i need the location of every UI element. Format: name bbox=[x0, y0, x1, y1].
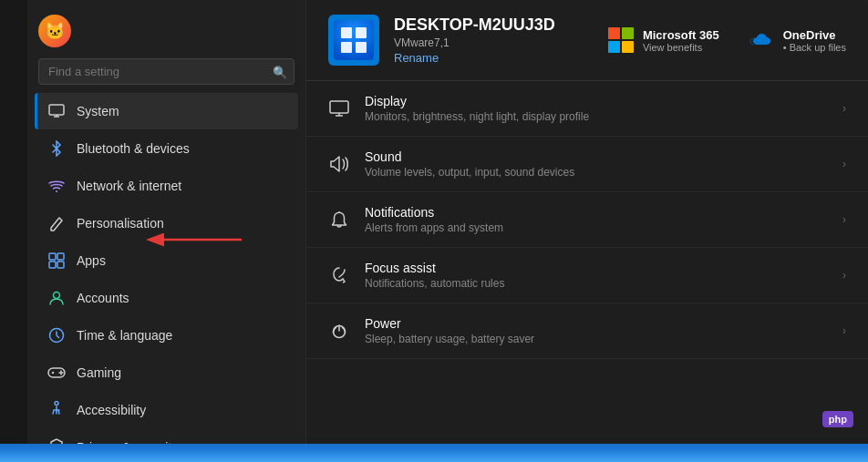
display-desc: Monitors, brightness, night light, displ… bbox=[365, 110, 828, 123]
focus-desc: Notifications, automatic rules bbox=[365, 277, 828, 290]
svg-rect-5 bbox=[57, 253, 64, 260]
notifications-icon bbox=[328, 209, 350, 231]
profile-sub: VMware7,1 bbox=[394, 36, 594, 49]
privacy-icon bbox=[47, 438, 66, 444]
rename-link[interactable]: Rename bbox=[394, 51, 594, 65]
settings-window: 🐱 🔍 System bbox=[0, 0, 868, 462]
onedrive-action[interactable]: OneDrive • Back up files bbox=[749, 28, 846, 53]
sidebar-item-label-time: Time & language bbox=[77, 328, 172, 343]
sidebar-item-apps[interactable]: Apps bbox=[35, 242, 298, 279]
sound-title: Sound bbox=[365, 149, 828, 164]
sidebar-item-label-apps: Apps bbox=[77, 253, 106, 268]
sound-icon bbox=[328, 153, 350, 175]
setting-row-focus[interactable]: Focus assist Notifications, automatic ru… bbox=[306, 248, 868, 303]
svg-rect-4 bbox=[49, 253, 56, 260]
microsoft365-label: Microsoft 365 bbox=[643, 28, 719, 42]
svg-point-14 bbox=[55, 402, 58, 406]
sidebar-item-label-personalisation: Personalisation bbox=[77, 216, 164, 231]
search-icon: 🔍 bbox=[273, 65, 287, 78]
main-content: DESKTOP-M2UUJ3D VMware7,1 Rename bbox=[306, 0, 868, 444]
power-chevron: › bbox=[842, 324, 846, 337]
apps-icon bbox=[47, 252, 66, 270]
svg-rect-6 bbox=[49, 262, 56, 268]
sidebar-item-accounts[interactable]: Accounts bbox=[35, 280, 298, 316]
sidebar-nav: System Bluetooth & devices bbox=[27, 92, 305, 444]
notifications-title: Notifications bbox=[365, 205, 828, 220]
svg-point-8 bbox=[54, 293, 60, 299]
avatar: 🐱 bbox=[38, 15, 71, 47]
notifications-desc: Alerts from apps and system bbox=[365, 221, 828, 234]
svg-rect-17 bbox=[356, 27, 367, 38]
profile-bar: DESKTOP-M2UUJ3D VMware7,1 Rename bbox=[306, 0, 868, 81]
setting-row-power[interactable]: Power Sleep, battery usage, battery save… bbox=[306, 303, 868, 359]
onedrive-sub: • Back up files bbox=[783, 42, 846, 53]
focus-icon bbox=[328, 264, 350, 286]
microsoft365-text: Microsoft 365 View benefits bbox=[643, 28, 719, 53]
svg-rect-15 bbox=[334, 20, 374, 60]
sidebar-item-label-network: Network & internet bbox=[77, 179, 181, 193]
display-icon bbox=[328, 98, 350, 119]
focus-chevron: › bbox=[842, 269, 846, 282]
power-text: Power Sleep, battery usage, battery save… bbox=[365, 316, 828, 345]
notifications-text: Notifications Alerts from apps and syste… bbox=[365, 205, 828, 234]
profile-actions: Microsoft 365 View benefits bbox=[608, 27, 846, 53]
accessibility-icon bbox=[47, 401, 66, 419]
sidebar-item-accessibility[interactable]: Accessibility bbox=[35, 392, 298, 428]
svg-point-3 bbox=[56, 190, 57, 192]
sidebar-item-personalisation[interactable]: Personalisation bbox=[35, 205, 298, 241]
setting-row-display[interactable]: Display Monitors, brightness, night ligh… bbox=[306, 81, 868, 137]
sidebar-item-label-gaming: Gaming bbox=[77, 365, 121, 380]
display-title: Display bbox=[365, 94, 828, 108]
microsoft365-icon bbox=[608, 27, 634, 53]
onedrive-label: OneDrive bbox=[783, 28, 846, 42]
svg-rect-21 bbox=[330, 101, 348, 113]
sidebar-item-label-bluetooth: Bluetooth & devices bbox=[77, 141, 190, 156]
sidebar-item-label-system: System bbox=[77, 104, 119, 118]
power-title: Power bbox=[365, 316, 828, 331]
svg-rect-16 bbox=[341, 27, 352, 38]
system-icon bbox=[47, 102, 66, 120]
sidebar-item-gaming[interactable]: Gaming bbox=[35, 354, 298, 391]
sidebar-item-network[interactable]: Network & internet bbox=[35, 168, 298, 204]
sidebar: 🐱 🔍 System bbox=[27, 0, 305, 444]
accounts-icon bbox=[47, 289, 66, 307]
setting-row-notifications[interactable]: Notifications Alerts from apps and syste… bbox=[306, 192, 868, 248]
sound-text: Sound Volume levels, output, input, soun… bbox=[365, 149, 828, 179]
sound-desc: Volume levels, output, input, sound devi… bbox=[365, 166, 828, 179]
bluetooth-icon bbox=[47, 139, 66, 158]
profile-icon-box bbox=[328, 15, 379, 66]
display-chevron: › bbox=[842, 102, 846, 115]
microsoft365-sub: View benefits bbox=[643, 42, 719, 53]
microsoft365-action[interactable]: Microsoft 365 View benefits bbox=[608, 27, 719, 53]
profile-name: DESKTOP-M2UUJ3D bbox=[394, 15, 594, 35]
network-icon bbox=[47, 177, 66, 195]
svg-point-13 bbox=[52, 372, 54, 374]
setting-row-sound[interactable]: Sound Volume levels, output, input, soun… bbox=[306, 137, 868, 192]
sidebar-item-label-accessibility: Accessibility bbox=[77, 403, 146, 417]
php-badge: php bbox=[822, 411, 853, 427]
time-icon bbox=[47, 326, 66, 344]
notifications-chevron: › bbox=[842, 213, 846, 226]
power-icon bbox=[328, 320, 350, 342]
sidebar-item-bluetooth[interactable]: Bluetooth & devices bbox=[35, 130, 298, 167]
sidebar-item-label-accounts: Accounts bbox=[77, 291, 129, 305]
gaming-icon bbox=[47, 364, 66, 382]
user-avatar-area: 🐱 bbox=[27, 7, 305, 58]
svg-rect-19 bbox=[356, 42, 367, 53]
settings-list: Display Monitors, brightness, night ligh… bbox=[306, 81, 868, 444]
svg-rect-0 bbox=[49, 105, 64, 115]
svg-rect-7 bbox=[57, 262, 64, 268]
search-input[interactable] bbox=[38, 58, 294, 85]
onedrive-text: OneDrive • Back up files bbox=[783, 28, 846, 53]
windows11-logo bbox=[334, 20, 374, 60]
left-strip bbox=[0, 0, 27, 444]
sidebar-item-privacy[interactable]: Privacy & security bbox=[35, 429, 298, 444]
sidebar-item-time[interactable]: Time & language bbox=[35, 317, 298, 354]
power-desc: Sleep, battery usage, battery saver bbox=[365, 333, 828, 345]
profile-info: DESKTOP-M2UUJ3D VMware7,1 Rename bbox=[394, 15, 594, 65]
focus-text: Focus assist Notifications, automatic ru… bbox=[365, 261, 828, 290]
display-text: Display Monitors, brightness, night ligh… bbox=[365, 94, 828, 123]
sidebar-item-system[interactable]: System bbox=[35, 93, 298, 129]
personalisation-icon bbox=[47, 214, 66, 232]
sound-chevron: › bbox=[842, 158, 846, 170]
